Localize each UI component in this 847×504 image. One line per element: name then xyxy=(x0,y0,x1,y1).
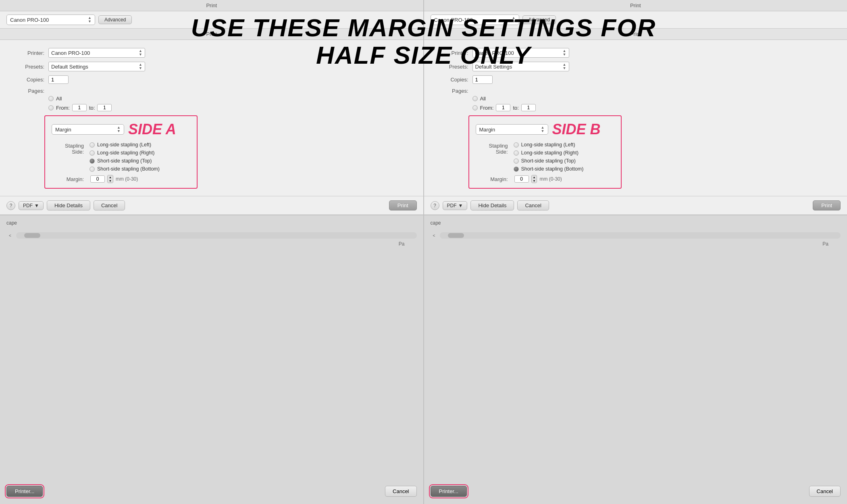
right-stapling-text-3: Short-side stapling (Bottom) xyxy=(521,166,584,172)
left-copies-row: Copies: xyxy=(12,75,411,84)
left-pages-from-label: From: xyxy=(56,105,70,111)
lower-left-scroll-thumb[interactable] xyxy=(24,233,40,238)
right-pdf-button[interactable]: PDF ▼ xyxy=(443,201,468,210)
left-margin-input[interactable] xyxy=(90,175,105,183)
right-printer-select[interactable]: Canon PRO-100 ▲▼ xyxy=(472,48,569,58)
right-pages-all-row: All xyxy=(472,96,835,102)
right-stapling-radio-2[interactable] xyxy=(514,158,519,164)
right-stapling-option-2[interactable]: Short-side stapling (Top) xyxy=(514,158,584,164)
right-print-dialog: Print Canon PRO-100 ▲▼ Advanced Print Pr… xyxy=(424,0,847,215)
right-stapling-radio-0[interactable] xyxy=(514,142,519,148)
left-margin-label: Margin: xyxy=(52,176,84,182)
left-presets-label: Presets: xyxy=(12,64,44,70)
lower-left-scroll-arrow[interactable]: < xyxy=(6,233,14,239)
right-dialog-body: Printer: Canon PRO-100 ▲▼ Presets: Defau… xyxy=(424,40,847,196)
left-stapling-option-2[interactable]: Short-side stapling (Top) xyxy=(89,158,160,164)
left-pages-from-radio[interactable] xyxy=(48,105,54,110)
right-margin-down[interactable]: ▼ xyxy=(532,179,537,183)
left-pages-to-input[interactable] xyxy=(97,104,112,111)
left-presets-select[interactable]: Default Settings ▲▼ xyxy=(48,62,145,71)
left-printer-select-value: Canon PRO-100 xyxy=(51,50,90,56)
right-copies-row: Copies: xyxy=(436,75,835,84)
left-stapling-radio-2[interactable] xyxy=(89,158,95,164)
left-margin-down[interactable]: ▼ xyxy=(108,179,113,183)
left-stapling-option-0[interactable]: Long-side stapling (Left) xyxy=(89,142,160,148)
lower-right-scroll-arrow[interactable]: < xyxy=(431,233,438,239)
left-printer-arrows: ▲▼ xyxy=(88,16,92,23)
right-printer-name: Canon PRO-100 xyxy=(434,17,473,23)
lower-right-scape-text: cape xyxy=(431,219,841,227)
left-dialog-body: Printer: Canon PRO-100 ▲▼ Presets: Defau… xyxy=(0,40,423,196)
right-stapling-radio-3[interactable] xyxy=(514,167,519,172)
left-stapling-radio-0[interactable] xyxy=(89,142,95,148)
left-copies-input[interactable] xyxy=(48,75,69,84)
left-title-bar: Print xyxy=(0,0,423,11)
right-margin-input[interactable] xyxy=(514,175,529,183)
left-stapling-option-3[interactable]: Short-side stapling (Bottom) xyxy=(89,166,160,172)
left-print-button[interactable]: Print xyxy=(389,200,417,210)
right-pages-to-input[interactable] xyxy=(521,104,536,111)
lower-left-cancel-button[interactable]: Cancel xyxy=(385,486,416,497)
left-advanced-button[interactable]: Advanced xyxy=(98,15,132,24)
left-cancel-button[interactable]: Cancel xyxy=(94,200,125,210)
lower-left-printer-button[interactable]: Printer... xyxy=(6,486,43,497)
left-help-button[interactable]: ? xyxy=(6,201,15,210)
left-pdf-arrow: ▼ xyxy=(34,203,39,208)
left-hide-details-button[interactable]: Hide Details xyxy=(47,200,90,210)
left-stapling-radio-1[interactable] xyxy=(89,150,95,156)
left-pdf-button[interactable]: PDF ▼ xyxy=(19,201,44,210)
left-side-label: SIDE A xyxy=(128,121,176,138)
right-stapling-option-1[interactable]: Long-side stapling (Right) xyxy=(514,150,584,156)
right-margin-up[interactable]: ▲ xyxy=(532,175,537,179)
right-pages-all-radio[interactable] xyxy=(472,96,478,101)
left-stapling-label: Stapling Side: xyxy=(52,142,84,155)
right-stapling-option-0[interactable]: Long-side stapling (Left) xyxy=(514,142,584,148)
left-stapling-option-1[interactable]: Long-side stapling (Right) xyxy=(89,150,160,156)
lower-right-cancel-button[interactable]: Cancel xyxy=(809,486,841,497)
right-hide-details-button[interactable]: Hide Details xyxy=(470,200,514,210)
right-pages-from-radio[interactable] xyxy=(472,105,478,110)
left-copies-label: Copies: xyxy=(12,77,44,83)
lower-left-panel: cape < Pa Printer... Cancel xyxy=(0,215,424,504)
left-printer-dropdown[interactable]: Canon PRO-100 ▲▼ xyxy=(6,15,95,25)
left-printer-label: Printer: xyxy=(12,50,44,56)
lower-right-scroll-thumb[interactable] xyxy=(448,233,464,238)
left-presets-value: Default Settings xyxy=(51,64,88,70)
left-pages-all-radio[interactable] xyxy=(48,96,54,101)
right-stapling-option-3[interactable]: Short-side stapling (Bottom) xyxy=(514,166,584,172)
right-pdf-arrow: ▼ xyxy=(458,203,463,208)
right-dialog-title: Print xyxy=(424,29,847,40)
left-margin-up[interactable]: ▲ xyxy=(108,175,113,179)
right-margin-select[interactable]: Margin ▲▼ xyxy=(476,124,548,135)
left-margin-select-value: Margin xyxy=(55,127,71,133)
right-advanced-button[interactable]: Advanced xyxy=(522,15,556,24)
right-copies-input[interactable] xyxy=(472,75,493,84)
lower-right-bottom: Printer... Cancel xyxy=(431,482,841,501)
lower-left-bottom: Printer... Cancel xyxy=(6,482,417,501)
right-presets-label: Presets: xyxy=(436,64,468,70)
right-presets-select[interactable]: Default Settings ▲▼ xyxy=(472,62,569,71)
lower-right-panel: cape < Pa Printer... Cancel xyxy=(424,215,847,504)
right-title-bar: Print xyxy=(424,0,847,11)
right-cancel-button[interactable]: Cancel xyxy=(517,200,549,210)
left-printer-select[interactable]: Canon PRO-100 ▲▼ xyxy=(48,48,145,58)
right-pages-from-input[interactable] xyxy=(496,104,510,111)
lower-right-printer-button[interactable]: Printer... xyxy=(431,486,467,497)
right-print-button[interactable]: Print xyxy=(813,200,841,210)
right-margin-bottom-row: Margin: ▲ ▼ mm (0-30) xyxy=(476,175,614,183)
left-pages-all-row: All xyxy=(48,96,411,102)
right-printer-dropdown[interactable]: Canon PRO-100 ▲▼ xyxy=(431,15,519,25)
left-pages-from-input[interactable] xyxy=(72,104,87,111)
right-stapling-radio-1[interactable] xyxy=(514,150,519,156)
left-margin-stepper[interactable]: ▲ ▼ xyxy=(107,175,113,183)
left-printer-name: Canon PRO-100 xyxy=(10,17,49,23)
right-margin-stepper[interactable]: ▲ ▼ xyxy=(531,175,537,183)
left-stapling-options: Long-side stapling (Left) Long-side stap… xyxy=(88,142,160,172)
right-help-button[interactable]: ? xyxy=(431,201,439,210)
right-printer-row: Printer: Canon PRO-100 ▲▼ xyxy=(436,48,835,58)
left-stapling-radio-3[interactable] xyxy=(89,167,95,172)
left-margin-select[interactable]: Margin ▲▼ xyxy=(52,124,124,135)
left-margin-popup-header: Margin ▲▼ SIDE A xyxy=(52,121,190,138)
right-presets-arrows: ▲▼ xyxy=(563,63,566,70)
right-stapling-label-row: Stapling Side: Long-side stapling (Left)… xyxy=(476,142,614,172)
